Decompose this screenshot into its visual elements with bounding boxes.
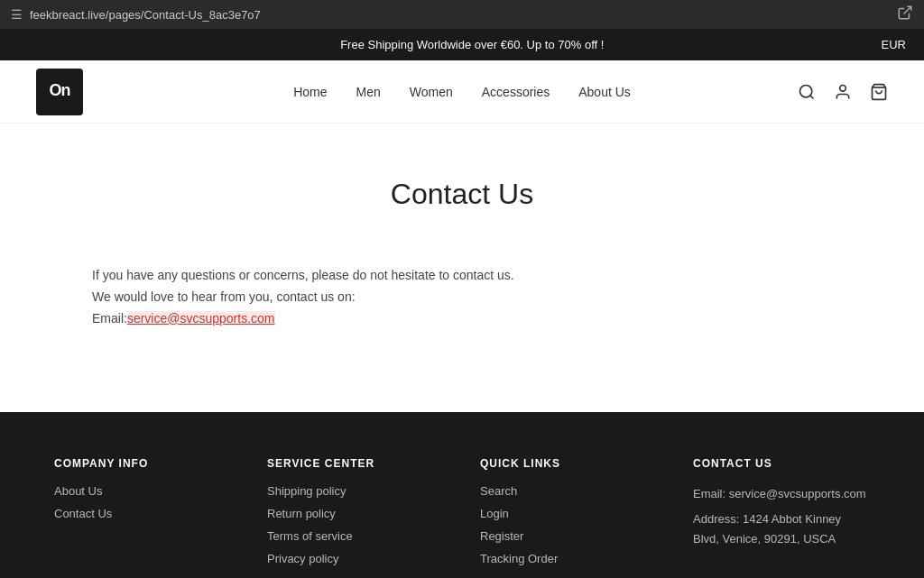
nav-about[interactable]: About Us [578, 85, 631, 99]
page-title: Contact Us [92, 178, 832, 211]
logo-box: On [36, 69, 83, 115]
footer-email-label: Email: [693, 487, 725, 500]
contact-email-link[interactable]: service@svcsupports.com [127, 311, 275, 326]
contact-line1: If you have any questions or concerns, p… [92, 265, 832, 287]
browser-url: feekbreact.live/pages/Contact-Us_8ac3e7o… [30, 8, 890, 22]
footer-search-link[interactable]: Search [480, 484, 657, 498]
footer-service-title: SERVICE CENTER [267, 457, 444, 470]
site-footer: COMPANY INFO About Us Contact Us SERVICE… [0, 412, 924, 578]
nav-home[interactable]: Home [293, 85, 327, 99]
announcement-currency: EUR [882, 38, 906, 51]
logo-text: On [43, 73, 76, 110]
footer-shipping-link[interactable]: Shipping policy [267, 484, 444, 498]
footer-quick-links: QUICK LINKS Search Login Register Tracki… [480, 457, 657, 574]
svg-point-5 [840, 85, 846, 91]
browser-bar: ☰ feekbreact.live/pages/Contact-Us_8ac3e… [0, 0, 924, 29]
footer-company-title: COMPANY INFO [54, 457, 231, 470]
footer-email-value: service@svcsupports.com [729, 487, 866, 500]
footer-contact-link[interactable]: Contact Us [54, 507, 231, 520]
footer-contact-address: Address: 1424 Abbot Kinney Blvd, Venice,… [693, 509, 870, 549]
footer-tracking-link[interactable]: Tracking Order [480, 552, 657, 565]
search-icon[interactable] [798, 83, 816, 101]
footer-login-link[interactable]: Login [480, 507, 657, 520]
footer-company-info: COMPANY INFO About Us Contact Us [54, 457, 231, 574]
header-icons [798, 83, 888, 101]
logo[interactable]: On [36, 69, 83, 115]
footer-address-label: Address: [693, 512, 739, 526]
site-header: On Home Men Women Accessories About Us [0, 60, 924, 124]
nav-men[interactable]: Men [356, 85, 381, 99]
contact-line2: We would love to hear from you, contact … [92, 287, 832, 308]
nav-accessories[interactable]: Accessories [482, 85, 550, 99]
main-nav: Home Men Women Accessories About Us [293, 85, 631, 99]
contact-email-line: Email:service@svcsupports.com [92, 308, 832, 330]
footer-quick-title: QUICK LINKS [480, 457, 657, 470]
footer-contact-email: Email: service@svcsupports.com [693, 484, 870, 504]
browser-menu-icon: ☰ [11, 7, 23, 22]
browser-action-icon [897, 5, 913, 24]
announcement-text: Free Shipping Worldwide over €60. Up to … [63, 38, 882, 51]
footer-top: COMPANY INFO About Us Contact Us SERVICE… [54, 457, 870, 574]
announcement-bar: Free Shipping Worldwide over €60. Up to … [0, 29, 924, 60]
nav-women[interactable]: Women [410, 85, 453, 99]
cart-icon[interactable] [870, 83, 888, 101]
footer-contact-title: CONTACT US [693, 457, 870, 470]
footer-privacy-link[interactable]: Privacy policy [267, 552, 444, 565]
email-label: Email: [92, 311, 127, 326]
account-icon[interactable] [834, 83, 852, 101]
footer-return-link[interactable]: Return policy [267, 507, 444, 520]
svg-line-0 [904, 6, 911, 14]
footer-contact-us: CONTACT US Email: service@svcsupports.co… [693, 457, 870, 574]
footer-terms-link[interactable]: Terms of service [267, 529, 444, 543]
svg-point-3 [800, 85, 812, 96]
footer-register-link[interactable]: Register [480, 529, 657, 543]
main-content: Contact Us If you have any questions or … [0, 124, 924, 412]
svg-line-4 [810, 95, 814, 98]
contact-body: If you have any questions or concerns, p… [92, 265, 832, 329]
footer-service-center: SERVICE CENTER Shipping policy Return po… [267, 457, 444, 574]
footer-about-link[interactable]: About Us [54, 484, 231, 498]
svg-text:On: On [50, 81, 70, 99]
